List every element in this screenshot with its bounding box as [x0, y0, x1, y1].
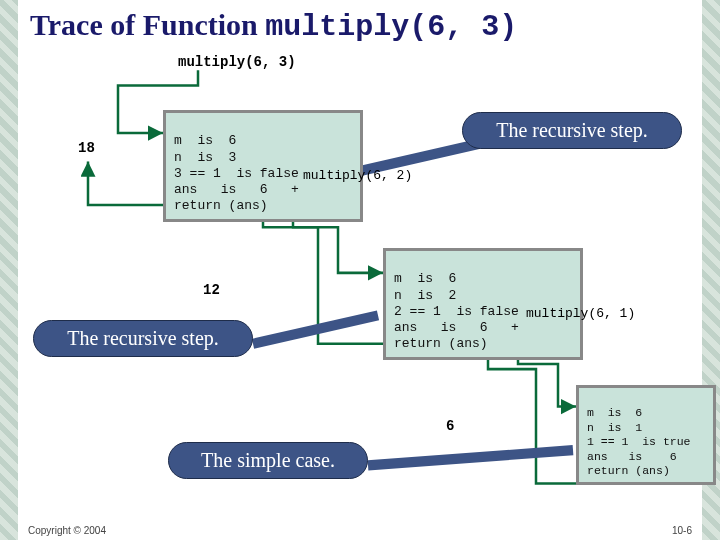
box1-line1: m is 6 [174, 133, 236, 148]
page-number: 10-6 [672, 525, 692, 536]
callout-recursive-2: The recursive step. [33, 320, 253, 357]
box1-ext-call: multiply(6, 2) [303, 168, 412, 183]
diagram-canvas: multiply(6, 3) 18 12 6 m is 6 n is 3 3 =… [28, 50, 692, 516]
box2-line2: n is 2 [394, 288, 456, 303]
title-text: Trace of Function [30, 8, 265, 41]
box3-line3: 1 == 1 is true [587, 435, 691, 448]
result-6: 6 [446, 418, 454, 434]
box3-line4: ans is 6 [587, 450, 677, 463]
box3-line2: n is 1 [587, 421, 642, 434]
box2-line3: 2 == 1 is false [394, 304, 519, 319]
slide-title: Trace of Function multiply(6, 3) [18, 0, 702, 48]
copyright: Copyright © 2004 [28, 525, 106, 536]
box1-line2: n is 3 [174, 150, 236, 165]
decorative-border-left [0, 0, 18, 540]
box2-line1: m is 6 [394, 271, 456, 286]
trace-box-3: m is 6 n is 1 1 == 1 is true ans is 6 re… [576, 385, 716, 485]
slide-body: Trace of Function multiply(6, 3) [18, 0, 702, 540]
title-code: multiply(6, 3) [265, 10, 517, 44]
top-call-label: multiply(6, 3) [178, 54, 296, 70]
box2-ext-call: multiply(6, 1) [526, 306, 635, 321]
box1-line4: ans is 6 + [174, 182, 299, 197]
box2-line5: return (ans) [394, 336, 488, 351]
trace-box-2: m is 6 n is 2 2 == 1 is false ans is 6 +… [383, 248, 583, 360]
result-12: 12 [203, 282, 220, 298]
box3-line1: m is 6 [587, 406, 642, 419]
callout-recursive-1: The recursive step. [462, 112, 682, 149]
trace-box-1: m is 6 n is 3 3 == 1 is false ans is 6 +… [163, 110, 363, 222]
box3-line5: return (ans) [587, 464, 670, 477]
result-18: 18 [78, 140, 95, 156]
box1-line3: 3 == 1 is false [174, 166, 299, 181]
callout-simple: The simple case. [168, 442, 368, 479]
box2-line4: ans is 6 + [394, 320, 519, 335]
box1-line5: return (ans) [174, 198, 268, 213]
footer: Copyright © 2004 10-6 [28, 525, 692, 536]
